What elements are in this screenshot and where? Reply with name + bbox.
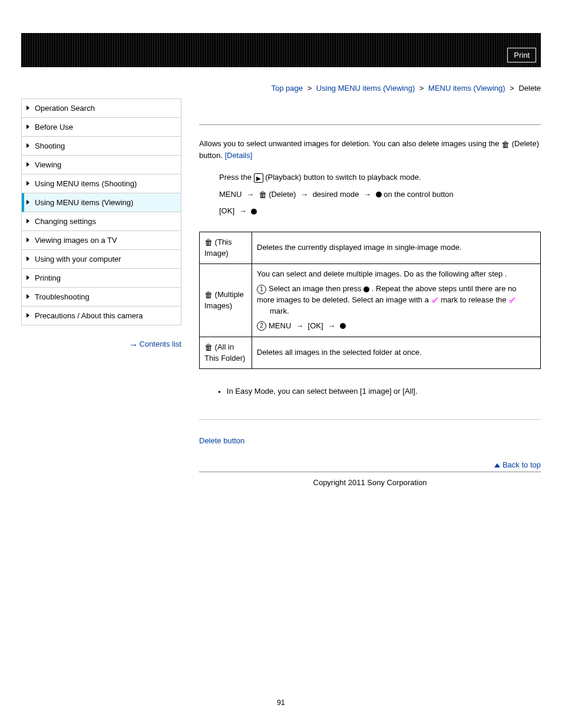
row3-desc: Deletes all images in the selected folde… xyxy=(252,337,541,369)
center-button-icon xyxy=(251,209,257,215)
circle-1-icon: 1 xyxy=(257,285,266,294)
contents-list-link-wrap: →Contents list xyxy=(21,338,181,349)
step1-a: Press the xyxy=(219,173,254,182)
arrow-icon xyxy=(246,186,254,203)
intro-text: Allows you to select unwanted images for… xyxy=(199,138,541,161)
note-item: In Easy Mode, you can select between [1 … xyxy=(218,387,541,396)
divider xyxy=(199,124,541,125)
table-row: 🗑 (All in This Folder) Deletes all image… xyxy=(200,337,541,369)
breadcrumb-link-2[interactable]: MENU items (Viewing) xyxy=(428,84,505,93)
related-topic: Delete button xyxy=(199,419,541,445)
caret-icon xyxy=(27,181,29,186)
caret-icon xyxy=(27,219,29,223)
row2-li1-c: mark to release the xyxy=(439,295,509,304)
center-button-icon xyxy=(376,192,382,197)
sidebar-item-shooting[interactable]: Shooting xyxy=(22,137,181,156)
breadcrumb: Top page > Using MENU items (Viewing) > … xyxy=(21,84,541,93)
table-row: 🗑 (This Image) Deletes the currently dis… xyxy=(200,232,541,264)
sidebar-item-label: Using MENU items (Viewing) xyxy=(35,198,133,207)
row2-desc: You can select and delete multiple image… xyxy=(252,264,541,337)
step2-menu: MENU xyxy=(219,190,242,199)
step-1: Press the (Playback) button to switch to… xyxy=(219,169,541,186)
top-stripe-bar: Print xyxy=(21,33,541,67)
sidebar-item-label: Viewing xyxy=(35,160,61,169)
row2-sub2: 2MENU [OK] xyxy=(257,321,535,332)
row2-line1: You can select and delete multiple image… xyxy=(257,269,535,280)
arrow-icon xyxy=(300,186,308,203)
breadcrumb-sep: > xyxy=(510,84,514,93)
caret-icon xyxy=(27,256,29,261)
procedure-steps: Press the (Playback) button to switch to… xyxy=(219,169,541,220)
row2-label: 🗑 (Multiple Images) xyxy=(200,264,252,337)
sidebar-item-precautions[interactable]: Precautions / About this camera xyxy=(22,307,181,325)
triangle-up-icon xyxy=(494,463,500,467)
related-link-delete-button[interactable]: Delete button xyxy=(199,436,244,445)
breadcrumb-link-1[interactable]: Using MENU items (Viewing) xyxy=(316,84,415,93)
contents-list-label: Contents list xyxy=(139,340,181,348)
sidebar-item-label: Using MENU items (Shooting) xyxy=(35,179,137,188)
sidebar-item-menu-viewing[interactable]: Using MENU items (Viewing) xyxy=(22,193,181,212)
intro-part-a: Allows you to select unwanted images for… xyxy=(199,139,501,148)
sidebar-item-computer[interactable]: Using with your computer xyxy=(22,250,181,269)
arrow-icon xyxy=(363,186,371,203)
arrow-icon xyxy=(328,321,335,332)
sidebar-item-label: Using with your computer xyxy=(35,255,121,263)
sidebar-item-viewing-tv[interactable]: Viewing images on a TV xyxy=(22,231,181,250)
step2-delete: (Delete) xyxy=(267,190,296,199)
step3-ok: [OK] xyxy=(219,206,234,215)
row2-li2-b: [OK] xyxy=(308,321,323,330)
details-link[interactable]: [Details] xyxy=(224,151,252,160)
arrow-right-icon: → xyxy=(128,340,137,350)
sidebar-item-label: Changing settings xyxy=(35,217,96,226)
main-content: Allows you to select unwanted images for… xyxy=(199,98,541,487)
sidebar-item-operation-search[interactable]: Operation Search xyxy=(22,99,181,118)
sidebar-item-label: Precautions / About this camera xyxy=(35,311,143,320)
options-table: 🗑 (This Image) Deletes the currently dis… xyxy=(199,232,541,370)
breadcrumb-sep: > xyxy=(419,84,424,93)
note1-text: In Easy Mode, you can select between [1 … xyxy=(227,387,418,396)
sidebar-item-label: Printing xyxy=(35,274,61,282)
sidebar-item-changing-settings[interactable]: Changing settings xyxy=(22,212,181,231)
circle-2-icon: 2 xyxy=(257,321,266,331)
caret-icon xyxy=(27,275,29,280)
page-number: 91 xyxy=(0,699,562,707)
sidebar-item-menu-shooting[interactable]: Using MENU items (Shooting) xyxy=(22,174,181,193)
sidebar: Operation Search Before Use Shooting Vie… xyxy=(21,98,181,487)
table-row: 🗑 (Multiple Images) You can select and d… xyxy=(200,264,541,337)
step-3: [OK] xyxy=(219,203,541,220)
trash-all-icon: 🗑 xyxy=(204,343,213,351)
row2-li2-a: MENU xyxy=(269,321,291,330)
trash-icon: 🗑 xyxy=(501,140,510,149)
trash-multi-icon: 🗑 xyxy=(204,291,213,299)
sidebar-item-before-use[interactable]: Before Use xyxy=(22,118,181,137)
breadcrumb-link-top[interactable]: Top page xyxy=(272,84,303,93)
caret-icon xyxy=(27,143,29,148)
step1-b: (Playback) button to switch to playback … xyxy=(263,173,421,182)
back-to-top-wrap: Back to top xyxy=(199,445,541,472)
breadcrumb-sep: > xyxy=(308,84,312,93)
back-to-top-link[interactable]: Back to top xyxy=(494,460,541,469)
sidebar-item-label: Viewing images on a TV xyxy=(35,236,117,245)
copyright-text: Copyright 2011 Sony Corporation xyxy=(199,472,541,487)
arrow-icon xyxy=(239,203,247,220)
step2-desired: desired mode xyxy=(313,190,359,199)
row1-desc: Deletes the currently displayed image in… xyxy=(252,232,541,264)
sidebar-item-label: Troubleshooting xyxy=(35,292,90,301)
playback-icon xyxy=(254,173,263,183)
check-icon: ✔ xyxy=(508,296,516,305)
sidebar-item-troubleshooting[interactable]: Troubleshooting xyxy=(22,288,181,307)
sidebar-item-printing[interactable]: Printing xyxy=(22,269,181,288)
row3-label: 🗑 (All in This Folder) xyxy=(200,337,252,369)
sidebar-list: Operation Search Before Use Shooting Vie… xyxy=(21,98,181,325)
caret-icon xyxy=(27,238,29,242)
row2-sub1: 1Select an image then press . Repeat the… xyxy=(257,284,535,317)
sidebar-item-viewing[interactable]: Viewing xyxy=(22,156,181,174)
contents-list-link[interactable]: →Contents list xyxy=(128,340,181,348)
step2-on-btn: on the control button xyxy=(384,190,454,199)
trash-icon: 🗑 xyxy=(259,190,267,199)
caret-icon xyxy=(27,124,29,129)
print-button[interactable]: Print xyxy=(507,48,536,62)
caret-icon xyxy=(27,106,29,110)
sidebar-item-label: Before Use xyxy=(35,123,73,131)
row1-label: 🗑 (This Image) xyxy=(200,232,252,264)
